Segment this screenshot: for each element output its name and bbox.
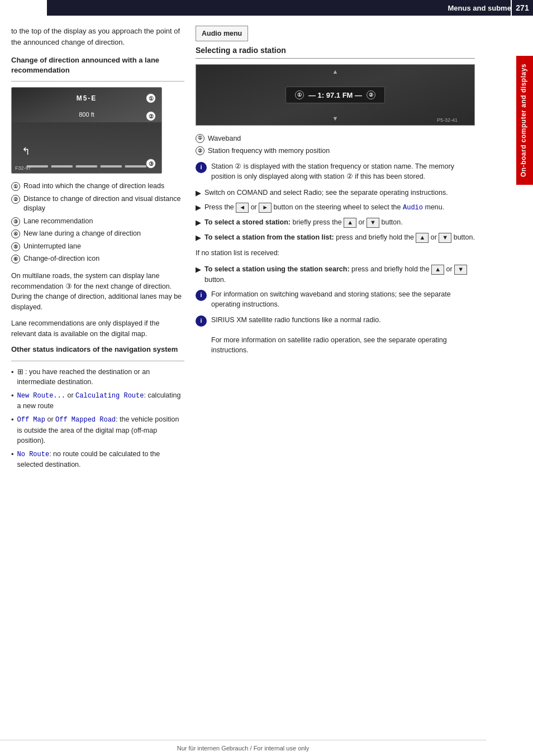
btn-up-2[interactable]: ▲	[416, 233, 429, 243]
list-item: ④ New lane during a change of direction	[11, 229, 184, 239]
waveband-text-1: Waveband	[208, 133, 241, 143]
footer: Nur für internen Gebrauch / For internal…	[0, 740, 486, 756]
info-icon-2: i	[196, 290, 207, 301]
list-item: ② Distance to change of direction and vi…	[11, 194, 184, 214]
no-station-text: If no station list is received:	[196, 248, 475, 259]
info-text-1: Station ② is displayed with the station …	[211, 161, 475, 181]
step-5: ▶ To select a station using the station …	[196, 264, 475, 285]
audio-menu-label: Audio menu	[196, 26, 248, 41]
waveband-list: ① Waveband ② Station frequency with memo…	[196, 133, 475, 156]
info-box-1: i Station ② is displayed with the statio…	[196, 161, 475, 181]
status-text-3: Off Map or Off Mapped Road: the vehicle …	[17, 414, 184, 446]
side-tab-label: On-board computer and displays	[520, 64, 527, 177]
status-item-4: • No Route: no route could be calculated…	[11, 449, 184, 470]
info-icon-1: i	[196, 162, 207, 173]
nav-label-m5e: M5-E	[77, 94, 97, 102]
lane-line-2	[51, 165, 73, 168]
section1-heading: Change of direction announced with a lan…	[11, 55, 184, 75]
arrow-bullet-4: ▶	[196, 233, 201, 243]
section2-heading: Other status indicators of the navigatio…	[11, 344, 184, 355]
section-lane-recommendation: Change of direction announced with a lan…	[11, 55, 184, 339]
step-list-2: ▶ To select a station using the station …	[196, 264, 475, 285]
bullet-dot-1: •	[11, 367, 14, 378]
waveband-num-2: ②	[196, 146, 204, 155]
lane-line-3	[76, 165, 97, 168]
section1-divider	[11, 81, 184, 82]
status-text-4: No Route: no route could be calculated t…	[17, 449, 184, 470]
step-3: ▶ To select a stored station: briefly pr…	[196, 217, 475, 228]
item-num-3: ③	[11, 217, 20, 226]
info-text-2: For information on switching waveband an…	[211, 289, 475, 309]
item-num-1: ①	[11, 182, 20, 191]
item-num-6: ⑥	[11, 255, 20, 264]
info-box-2: i For information on switching waveband …	[196, 289, 475, 309]
step-text-4: To select a station from the station lis…	[204, 232, 475, 243]
btn-back[interactable]: ◄	[236, 203, 249, 213]
step-list: ▶ Switch on COMAND and select Radio; see…	[196, 188, 475, 243]
radio-display: ① — 1: 97.1 FM — ②	[285, 87, 385, 103]
arrow-bullet-1: ▶	[196, 188, 201, 199]
main-content: to the top of the display as you approac…	[0, 16, 486, 497]
step-1: ▶ Switch on COMAND and select Radio; see…	[196, 188, 475, 199]
list-item: ⑥ Change-of-direction icon	[11, 254, 184, 264]
item-text-1: Road into which the change of direction …	[23, 181, 164, 192]
body-para-2: Lane recommendations are only displayed …	[11, 318, 184, 339]
list-item: ① Road into which the change of directio…	[11, 181, 184, 192]
status-item-3: • Off Map or Off Mapped Road: the vehicl…	[11, 414, 184, 446]
item-num-5: ⑤	[11, 242, 20, 251]
radio-img-label: P5-32-41	[437, 117, 458, 123]
waveband-text-2: Station frequency with memory position	[208, 146, 330, 156]
step-4: ▶ To select a station from the station l…	[196, 232, 475, 243]
radio-arrow-up: ▲	[332, 68, 339, 75]
arrow-bullet-5: ▶	[196, 265, 201, 275]
radio-freq: — 1: 97.1 FM —	[308, 91, 362, 99]
btn-down-1[interactable]: ▼	[367, 218, 379, 228]
bullet-dot-4: •	[11, 449, 14, 460]
right-section-divider	[196, 58, 475, 59]
item-text-3: Lane recommendation	[23, 217, 93, 227]
item-text-4: New lane during a change of direction	[23, 229, 141, 239]
step-text-3: To select a stored station: briefly pres…	[204, 217, 403, 228]
step-text-1: Switch on COMAND and select Radio; see t…	[204, 188, 448, 198]
waveband-num-1: ①	[196, 134, 204, 143]
lane-line-5	[125, 165, 146, 168]
left-column: to the top of the display as you approac…	[11, 26, 184, 475]
step-text-5: To select a station using the station se…	[204, 264, 475, 285]
radio-badge-1: ①	[295, 90, 304, 99]
numbered-list: ① Road into which the change of directio…	[11, 181, 184, 264]
section2-divider	[11, 361, 184, 361]
status-text-2: New Route... or Calculating Route: calcu…	[17, 390, 184, 412]
arrow-bullet-3: ▶	[196, 218, 201, 228]
btn-up-3[interactable]: ▲	[431, 265, 444, 275]
bullet-dot-3: •	[11, 415, 14, 425]
status-text-1: ⊞ : you have reached the destination or …	[17, 367, 184, 387]
header-bar: Menus and submenus	[47, 0, 533, 16]
right-column: Audio menu Selecting a radio station ▲ ①…	[196, 26, 475, 475]
footer-text: Nur für internen Gebrauch / For internal…	[177, 745, 310, 752]
section-status-indicators: Other status indicators of the navigatio…	[11, 344, 184, 470]
nav-badge-1: ①	[146, 93, 156, 103]
step-2: ▶ Press the ◄ or ► button on the steerin…	[196, 202, 475, 213]
btn-up-1[interactable]: ▲	[344, 218, 356, 228]
status-item-2: • New Route... or Calculating Route: cal…	[11, 390, 184, 412]
nav-bottom-label: F32-97	[15, 165, 31, 171]
side-tab: On-board computer and displays	[516, 56, 533, 185]
intro-text: to the top of the display as you approac…	[11, 26, 184, 47]
nav-image: M5-E ① ② 800 ft ↰ ③ F32-97	[11, 87, 162, 174]
body-para-1: On multilane roads, the system can displ…	[11, 271, 184, 313]
lane-lines	[27, 151, 146, 168]
info-icon-3: i	[196, 315, 207, 327]
lane-line-4	[101, 165, 122, 168]
btn-down-3[interactable]: ▼	[454, 265, 467, 275]
info-box-3: i SIRIUS XM satellite radio functions li…	[196, 315, 475, 356]
step-text-2: Press the ◄ or ► button on the steering …	[204, 202, 444, 213]
radio-image: ▲ ① — 1: 97.1 FM — ② ▼ P5-32-41	[196, 64, 475, 126]
item-text-5: Uninterrupted lane	[23, 242, 81, 252]
item-num-2: ②	[11, 195, 20, 204]
list-item: ⑤ Uninterrupted lane	[11, 242, 184, 252]
right-section-heading: Selecting a radio station	[196, 46, 475, 55]
btn-down-2[interactable]: ▼	[439, 233, 451, 243]
btn-forward[interactable]: ►	[259, 203, 272, 213]
nav-badge-2: ②	[146, 111, 156, 121]
waveband-item-1: ① Waveband	[196, 133, 475, 143]
